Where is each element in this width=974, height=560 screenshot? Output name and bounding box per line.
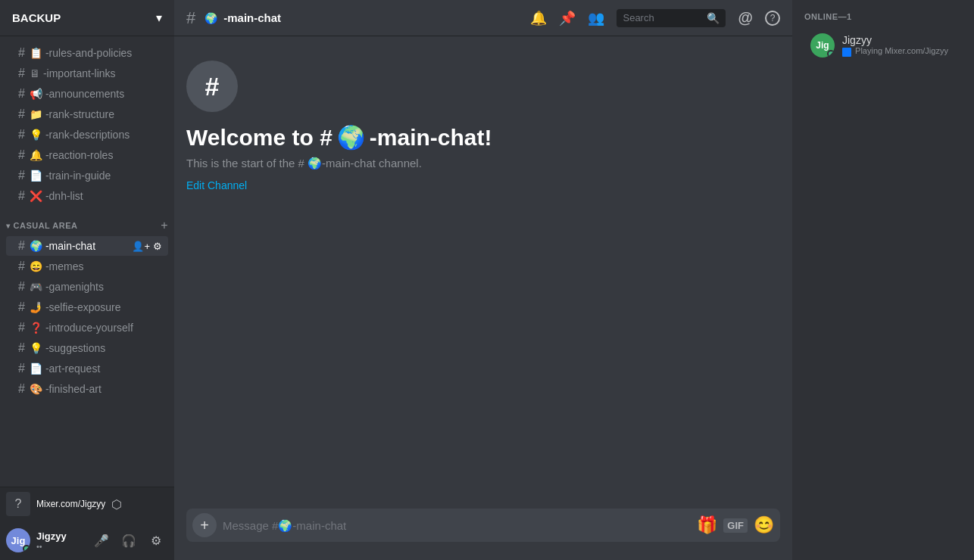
channel-name: -main-chat: [45, 240, 95, 252]
welcome-globe-emoji: 🌍: [337, 124, 365, 151]
notification-bell-icon[interactable]: 🔔: [530, 10, 547, 26]
chat-header: # 🌍 -main-chat 🔔 📌 👥 🔍 @ ?: [174, 0, 792, 36]
channel-item-rank-structure[interactable]: # 📁 -rank-structure: [6, 104, 168, 124]
welcome-description: This is the start of the # 🌍-main-chat c…: [186, 157, 780, 170]
hash-icon: #: [18, 67, 25, 80]
hash-icon: #: [18, 362, 25, 375]
message-input-area: + 🎁 GIF 😊: [174, 509, 792, 560]
channel-name: -rules-and-policies: [45, 47, 132, 59]
channel-emoji: 📄: [30, 170, 42, 182]
member-item[interactable]: Jig Jigzyy Playing Mixer.com/Jigzyy: [804, 30, 962, 61]
channel-item-train-in[interactable]: # 📄 -train-in-guide: [6, 166, 168, 185]
members-icon[interactable]: 👥: [588, 10, 604, 26]
channel-name: -gamenights: [45, 281, 104, 293]
avatar-initials: Jig: [11, 535, 26, 546]
channel-icon-large: #: [186, 61, 238, 112]
mention-icon[interactable]: @: [738, 9, 753, 26]
channel-item-rank-descriptions[interactable]: # 💡 -rank-descriptions: [6, 125, 168, 145]
category-name: CASUAL AREA: [14, 221, 78, 230]
activity-game-icon[interactable]: ?: [6, 492, 30, 516]
gif-button[interactable]: GIF: [723, 518, 748, 533]
search-bar[interactable]: 🔍: [617, 9, 726, 27]
channel-name: -selfie-exposure: [45, 301, 121, 313]
hash-icon: #: [18, 87, 25, 101]
hash-icon: #: [18, 382, 25, 396]
gift-button[interactable]: 🎁: [697, 515, 717, 535]
settings-icon[interactable]: ⚙: [153, 241, 162, 252]
user-settings-button[interactable]: ⚙: [144, 528, 168, 552]
channel-name: -rank-structure: [45, 108, 114, 120]
channel-emoji: ❓: [30, 322, 42, 334]
hash-icon: #: [18, 239, 25, 253]
avatar-text: Jig: [816, 40, 829, 51]
member-activity: Playing Mixer.com/Jigzyy: [842, 46, 956, 56]
channel-item-art-request[interactable]: # 📄 -art-request: [6, 359, 168, 378]
popout-icon[interactable]: ⬡: [111, 497, 122, 512]
add-attachment-button[interactable]: +: [192, 513, 217, 537]
mute-button[interactable]: 🎤: [89, 528, 114, 552]
member-info: Jigzyy Playing Mixer.com/Jigzyy: [842, 34, 956, 56]
activity-text: Playing Mixer.com/Jigzyy: [855, 46, 948, 55]
channel-item-dnh[interactable]: # ❌ -dnh-list: [6, 186, 168, 206]
channel-name: -dnh-list: [45, 190, 83, 202]
channel-name: -art-request: [45, 362, 100, 375]
category-casual-area[interactable]: ▾ CASUAL AREA +: [0, 207, 174, 235]
deafen-button[interactable]: 🎧: [117, 528, 141, 552]
edit-channel-link[interactable]: Edit Channel: [186, 179, 247, 191]
right-sidebar: ONLINE—1 Jig Jigzyy Playing Mixer.com/Ji…: [792, 0, 974, 560]
channel-item-suggestions[interactable]: # 💡 -suggestions: [6, 338, 168, 358]
hash-icon: #: [18, 46, 25, 60]
hash-icon: #: [18, 169, 25, 182]
message-text-input[interactable]: [217, 509, 697, 542]
channel-name: -train-in-guide: [45, 170, 111, 182]
activity-title: Mixer.com/Jigzyy: [36, 499, 105, 509]
pin-icon[interactable]: 📌: [559, 10, 576, 26]
channel-name: -finished-art: [45, 383, 101, 395]
activity-info: Mixer.com/Jigzyy: [36, 499, 105, 509]
hash-icon: #: [18, 107, 25, 121]
channel-emoji: ❌: [30, 190, 42, 202]
gift-icon: 🎁: [697, 515, 717, 535]
emoji-button[interactable]: 😊: [754, 515, 774, 535]
hash-icon: #: [18, 148, 25, 162]
channels-list: # 📋 -rules-and-policies # 🖥 -important-l…: [0, 36, 174, 487]
server-header[interactable]: BACKUP ▾: [0, 0, 174, 36]
channel-name: -reaction-roles: [45, 149, 113, 161]
main-content: # 🌍 -main-chat 🔔 📌 👥 🔍 @ ? # Welcome to …: [174, 0, 792, 560]
hash-icon: #: [18, 300, 25, 314]
mute-icon: 🎤: [94, 534, 109, 548]
username: Jigzyy: [36, 530, 83, 542]
channel-item-main-chat[interactable]: # 🌍 -main-chat 👤+ ⚙: [6, 236, 168, 256]
channel-name: -introduce-yourself: [45, 322, 133, 334]
question-icon: ?: [15, 497, 22, 511]
channel-emoji: 🔔: [30, 149, 42, 161]
add-channel-icon[interactable]: +: [161, 219, 168, 232]
channel-item-introduce[interactable]: # ❓ -introduce-yourself: [6, 318, 168, 338]
channel-emoji: 📋: [30, 47, 42, 59]
add-member-icon[interactable]: 👤+: [132, 241, 150, 252]
channel-item-rules[interactable]: # 📋 -rules-and-policies: [6, 43, 168, 63]
welcome-channel-name: -main-chat!: [370, 125, 492, 151]
help-icon[interactable]: ?: [765, 11, 780, 26]
channel-item-selfie[interactable]: # 🤳 -selfie-exposure: [6, 297, 168, 317]
search-input[interactable]: [623, 12, 702, 23]
member-avatar: Jig: [810, 33, 835, 58]
hash-icon: #: [18, 128, 25, 142]
channel-item-finished-art[interactable]: # 🎨 -finished-art: [6, 379, 168, 399]
user-bar: Jig Jigzyy •• 🎤 🎧 ⚙: [0, 521, 174, 560]
server-dropdown-icon[interactable]: ▾: [156, 11, 162, 25]
channel-emoji: 🎮: [30, 281, 42, 293]
user-controls: 🎤 🎧 ⚙: [89, 528, 168, 552]
channel-item-links[interactable]: # 🖥 -important-links: [6, 64, 168, 83]
channel-item-memes[interactable]: # 😄 -memes: [6, 257, 168, 276]
chat-messages: # Welcome to # 🌍 -main-chat! This is the…: [174, 36, 792, 509]
channel-hash-icon: #: [186, 8, 195, 28]
hash-icon: #: [18, 260, 25, 273]
channel-item-gamenights[interactable]: # 🎮 -gamenights: [6, 277, 168, 297]
channel-item-reaction-roles[interactable]: # 🔔 -reaction-roles: [6, 145, 168, 165]
user-avatar: Jig: [6, 528, 30, 552]
member-status-dot: [827, 50, 835, 58]
channel-globe-emoji: 🌍: [204, 12, 217, 24]
plus-icon: +: [200, 517, 209, 534]
channel-item-announcements[interactable]: # 📢 -announcements: [6, 84, 168, 104]
